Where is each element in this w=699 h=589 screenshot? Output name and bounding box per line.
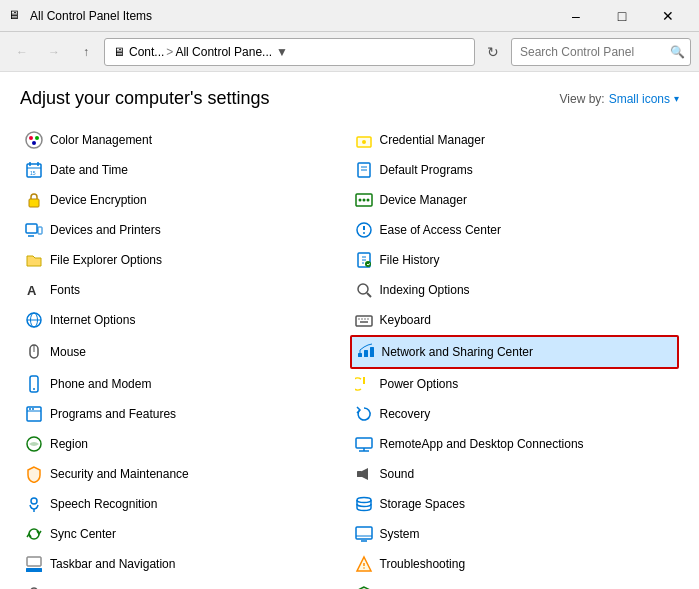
up-button[interactable]: ↑: [72, 38, 100, 66]
item-label: Devices and Printers: [50, 223, 161, 237]
control-panel-item[interactable]: File Explorer Options: [20, 245, 350, 275]
recovery-icon: [354, 404, 374, 424]
item-label: Date and Time: [50, 163, 128, 177]
sound-icon: [354, 464, 374, 484]
maximize-button[interactable]: □: [599, 0, 645, 32]
control-panel-item[interactable]: Storage Spaces: [350, 489, 680, 519]
control-panel-item[interactable]: RemoteApp and Desktop Connections: [350, 429, 680, 459]
viewby-value[interactable]: Small icons: [609, 92, 670, 106]
svg-point-5: [362, 140, 366, 144]
svg-point-1: [29, 136, 33, 140]
close-button[interactable]: ✕: [645, 0, 691, 32]
svg-point-18: [366, 199, 369, 202]
svg-text:15: 15: [30, 170, 36, 176]
item-label: System: [380, 527, 420, 541]
keyboard-icon: [354, 310, 374, 330]
item-label: Security and Maintenance: [50, 467, 189, 481]
addressbar: ← → ↑ 🖥 Cont... > All Control Pane... ▼ …: [0, 32, 699, 72]
mouse-icon: [24, 342, 44, 362]
control-panel-item[interactable]: Taskbar and Navigation: [20, 549, 350, 579]
control-panel-item[interactable]: Security and Maintenance: [20, 459, 350, 489]
address-dropdown-icon[interactable]: ▼: [276, 45, 288, 59]
svg-rect-19: [26, 224, 37, 233]
control-panel-item[interactable]: Phone and Modem: [20, 369, 350, 399]
svg-point-3: [32, 141, 36, 145]
item-label: Default Programs: [380, 163, 473, 177]
item-label: Programs and Features: [50, 407, 176, 421]
refresh-button[interactable]: ↻: [479, 38, 507, 66]
control-panel-item[interactable]: Keyboard: [350, 305, 680, 335]
viewby-caret-icon[interactable]: ▾: [674, 93, 679, 104]
control-panel-item[interactable]: Device Manager: [350, 185, 680, 215]
control-panel-item[interactable]: Troubleshooting: [350, 549, 680, 579]
control-panel-item[interactable]: AFonts: [20, 275, 350, 305]
control-panel-item[interactable]: Indexing Options: [350, 275, 680, 305]
forward-button[interactable]: →: [40, 38, 68, 66]
internet-icon: [24, 310, 44, 330]
control-panel-item[interactable]: Devices and Printers: [20, 215, 350, 245]
control-panel-item[interactable]: Mouse: [20, 335, 350, 369]
svg-rect-42: [364, 350, 368, 357]
back-button[interactable]: ←: [8, 38, 36, 66]
control-panel-item[interactable]: Color Management: [20, 125, 350, 155]
sync-icon: [24, 524, 44, 544]
control-panel-item[interactable]: Windows Defender Firewall: [350, 579, 680, 589]
power-icon: [354, 374, 374, 394]
network-icon: [356, 342, 376, 362]
item-label: Internet Options: [50, 313, 135, 327]
svg-point-17: [362, 199, 365, 202]
minimize-button[interactable]: –: [553, 0, 599, 32]
control-panel-item[interactable]: Ease of Access Center: [350, 215, 680, 245]
item-label: Sync Center: [50, 527, 116, 541]
control-panel-item[interactable]: File History: [350, 245, 680, 275]
search-input[interactable]: [520, 45, 670, 59]
titlebar-controls: – □ ✕: [553, 0, 691, 32]
control-panel-item[interactable]: Network and Sharing Center: [350, 335, 680, 369]
control-panel-item[interactable]: Device Encryption: [20, 185, 350, 215]
item-label: Network and Sharing Center: [382, 345, 533, 359]
main-content: Adjust your computer's settings View by:…: [0, 72, 699, 589]
control-panel-item[interactable]: Programs and Features: [20, 399, 350, 429]
control-panel-item[interactable]: Region: [20, 429, 350, 459]
control-panel-item[interactable]: 15Date and Time: [20, 155, 350, 185]
programs-icon: [24, 404, 44, 424]
svg-rect-52: [356, 438, 372, 448]
address-box[interactable]: 🖥 Cont... > All Control Pane... ▼: [104, 38, 475, 66]
items-grid: Color ManagementCredential Manager15Date…: [20, 125, 679, 589]
control-panel-item[interactable]: Internet Options: [20, 305, 350, 335]
titlebar-title: All Control Panel Items: [30, 9, 553, 23]
fonts-icon: A: [24, 280, 44, 300]
item-label: Fonts: [50, 283, 80, 297]
svg-rect-41: [358, 353, 362, 357]
control-panel-item[interactable]: Default Programs: [350, 155, 680, 185]
item-label: RemoteApp and Desktop Connections: [380, 437, 584, 451]
folder-icon: [24, 250, 44, 270]
control-panel-item[interactable]: Recovery: [350, 399, 680, 429]
control-panel-item[interactable]: Credential Manager: [350, 125, 680, 155]
svg-rect-33: [356, 316, 372, 326]
svg-point-58: [357, 498, 371, 503]
default-icon: [354, 160, 374, 180]
search-box[interactable]: 🔍: [511, 38, 691, 66]
control-panel-item[interactable]: Sync Center: [20, 519, 350, 549]
control-panel-item[interactable]: User Accounts: [20, 579, 350, 589]
titlebar-icon: 🖥: [8, 8, 24, 24]
page-title: Adjust your computer's settings: [20, 88, 270, 109]
svg-rect-20: [38, 227, 42, 234]
control-panel-item[interactable]: Speech Recognition: [20, 489, 350, 519]
item-label: Indexing Options: [380, 283, 470, 297]
item-label: Sound: [380, 467, 415, 481]
speech-icon: [24, 494, 44, 514]
item-label: Storage Spaces: [380, 497, 465, 511]
color-icon: [24, 130, 44, 150]
control-panel-item[interactable]: Sound: [350, 459, 680, 489]
svg-rect-63: [27, 557, 41, 566]
credential-icon: [354, 130, 374, 150]
svg-rect-43: [370, 347, 374, 357]
control-panel-item[interactable]: System: [350, 519, 680, 549]
taskbar-icon: [24, 554, 44, 574]
svg-point-0: [26, 132, 42, 148]
item-label: Power Options: [380, 377, 459, 391]
item-label: Troubleshooting: [380, 557, 466, 571]
control-panel-item[interactable]: Power Options: [350, 369, 680, 399]
